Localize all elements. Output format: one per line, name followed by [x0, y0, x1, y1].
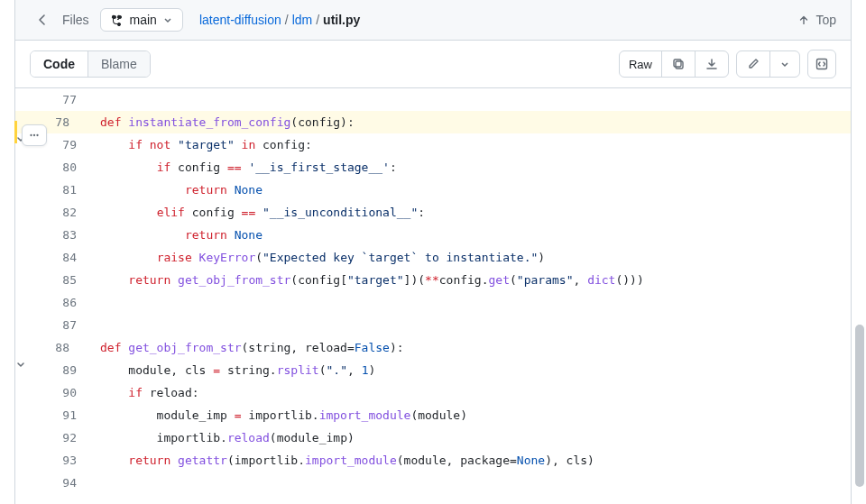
code-content: module_imp = importlib.import_module(mod… — [93, 404, 851, 426]
line-gutter[interactable]: 77 — [15, 88, 93, 111]
code-viewer[interactable]: 7778def instantiate_from_config(config):… — [15, 88, 851, 504]
svg-point-5 — [36, 134, 38, 136]
raw-button-group: Raw — [619, 50, 729, 78]
scrollbar-thumb[interactable] — [855, 325, 864, 487]
svg-point-4 — [33, 134, 35, 136]
blame-tab[interactable]: Blame — [88, 51, 150, 77]
code-line[interactable]: 80 if config == '__is_first_stage__': — [15, 156, 851, 179]
breadcrumb-sep: / — [316, 13, 319, 27]
code-content: return get_obj_from_str(config["target"]… — [93, 269, 851, 291]
code-line[interactable]: 85 return get_obj_from_str(config["targe… — [15, 269, 851, 291]
back-arrow-icon[interactable] — [30, 7, 55, 32]
symbols-icon — [815, 57, 829, 71]
code-line[interactable]: 83 return None — [15, 224, 851, 246]
code-content: return None — [93, 224, 851, 246]
caret-down-icon — [779, 59, 790, 69]
code-line[interactable]: 82 elif config == "__is_unconditional__"… — [15, 201, 851, 224]
code-content: if reload: — [93, 381, 851, 404]
code-line[interactable]: 78def instantiate_from_config(config): — [15, 111, 851, 133]
line-gutter[interactable]: 89 — [15, 359, 93, 381]
line-marker — [14, 121, 17, 143]
line-gutter[interactable]: 94 — [15, 472, 93, 494]
code-content: return None — [93, 179, 851, 201]
kebab-icon — [28, 129, 41, 142]
code-content: def get_obj_from_str(string, reload=Fals… — [93, 336, 851, 359]
code-content: if not "target" in config: — [93, 133, 851, 156]
caret-down-icon — [162, 14, 173, 25]
breadcrumb-root[interactable]: latent-diffusion — [199, 13, 281, 27]
svg-rect-1 — [674, 60, 681, 67]
breadcrumb-sep: / — [285, 13, 289, 27]
files-label: Files — [62, 13, 89, 27]
branch-name: main — [130, 13, 157, 27]
line-gutter[interactable]: 92 — [15, 426, 93, 449]
breadcrumb-folder[interactable]: ldm — [292, 13, 313, 27]
code-content: return getattr(importlib.import_module(m… — [93, 449, 851, 472]
line-gutter[interactable]: 87 — [15, 314, 93, 336]
git-branch-icon — [110, 13, 124, 27]
code-line[interactable]: 87 — [15, 314, 851, 336]
code-line[interactable]: 86 — [15, 291, 851, 314]
line-gutter[interactable]: 93 — [15, 449, 93, 472]
code-line[interactable]: 77 — [15, 88, 851, 111]
raw-button[interactable]: Raw — [620, 51, 662, 77]
code-content: raise KeyError("Expected key `target` to… — [93, 246, 851, 269]
code-content: importlib.reload(module_imp) — [93, 426, 851, 449]
code-line[interactable]: 92 importlib.reload(module_imp) — [15, 426, 851, 449]
breadcrumb-file: util.py — [323, 13, 360, 27]
edit-button[interactable] — [737, 51, 770, 77]
pencil-icon — [746, 57, 760, 71]
edit-dropdown-button[interactable] — [770, 51, 799, 77]
top-label: Top — [815, 13, 836, 27]
line-actions-button[interactable] — [22, 124, 47, 146]
line-gutter[interactable]: 91 — [15, 404, 93, 426]
line-gutter[interactable]: 83 — [15, 224, 93, 246]
svg-point-3 — [30, 134, 32, 136]
line-gutter[interactable]: 84 — [15, 246, 93, 269]
view-mode-tabs: Code Blame — [30, 50, 151, 78]
code-line[interactable]: 81 return None — [15, 179, 851, 201]
symbols-button[interactable] — [807, 50, 836, 78]
line-gutter[interactable]: 81 — [15, 179, 93, 201]
code-toolbar: Code Blame Raw — [15, 41, 851, 88]
code-line[interactable]: 84 raise KeyError("Expected key `target`… — [15, 246, 851, 269]
download-button[interactable] — [696, 51, 728, 77]
copy-icon — [671, 57, 686, 71]
vertical-scrollbar[interactable] — [852, 0, 864, 504]
code-tab[interactable]: Code — [31, 51, 88, 77]
edit-button-group — [736, 50, 800, 78]
line-gutter[interactable]: 90 — [15, 381, 93, 404]
code-line[interactable]: 93 return getattr(importlib.import_modul… — [15, 449, 851, 472]
line-gutter[interactable]: 85 — [15, 269, 93, 291]
code-content: elif config == "__is_unconditional__": — [93, 201, 851, 224]
line-gutter[interactable]: 80 — [15, 156, 93, 179]
svg-rect-0 — [676, 61, 683, 69]
scroll-to-top-button[interactable]: Top — [797, 13, 836, 27]
code-line[interactable]: 88def get_obj_from_str(string, reload=Fa… — [15, 336, 851, 359]
code-content: module, cls = string.rsplit(".", 1) — [93, 359, 851, 381]
arrow-up-icon — [797, 14, 810, 26]
file-header-bar: Files main latent-diffusion / ldm / util… — [15, 0, 851, 41]
copy-button[interactable] — [662, 51, 696, 77]
code-line[interactable]: 79 if not "target" in config: — [15, 133, 851, 156]
breadcrumb: latent-diffusion / ldm / util.py — [199, 13, 360, 27]
branch-selector-button[interactable]: main — [100, 8, 183, 32]
line-gutter[interactable]: 82 — [15, 201, 93, 224]
code-content: def instantiate_from_config(config): — [93, 111, 851, 133]
line-gutter[interactable]: 86 — [15, 291, 93, 314]
code-line[interactable]: 91 module_imp = importlib.import_module(… — [15, 404, 851, 426]
code-line[interactable]: 94 — [15, 472, 851, 494]
download-icon — [705, 57, 719, 71]
code-line[interactable]: 89 module, cls = string.rsplit(".", 1) — [15, 359, 851, 381]
code-content: if config == '__is_first_stage__': — [93, 156, 851, 179]
code-line[interactable]: 90 if reload: — [15, 381, 851, 404]
